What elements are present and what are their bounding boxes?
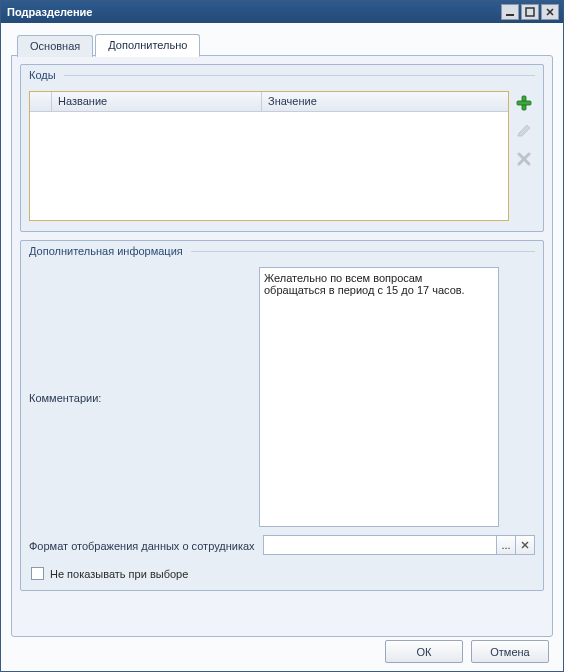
codes-grid-header: Название Значение xyxy=(30,92,508,112)
clear-icon xyxy=(520,540,530,550)
format-label: Формат отображения данных о сотрудниках xyxy=(29,538,263,552)
format-browse-button[interactable]: ... xyxy=(496,535,516,555)
codes-legend: Коды xyxy=(21,65,543,85)
info-legend: Дополнительная информация xyxy=(21,241,543,261)
cancel-button[interactable]: Отмена xyxy=(471,640,549,663)
hide-checkbox-label[interactable]: Не показывать при выборе xyxy=(50,568,188,580)
edit-icon xyxy=(516,123,532,139)
grid-col-spacer xyxy=(30,92,52,111)
comments-label: Комментарии: xyxy=(29,267,259,527)
codes-toolbar xyxy=(513,91,535,221)
format-row: Формат отображения данных о сотрудниках … xyxy=(29,535,535,555)
tab-strip: Основная Дополнительно xyxy=(11,33,553,56)
grid-col-name[interactable]: Название xyxy=(52,92,262,111)
codes-grid[interactable]: Название Значение xyxy=(29,91,509,221)
dialog-button-bar: ОК Отмена xyxy=(385,640,549,663)
svg-rect-1 xyxy=(526,8,534,16)
comments-row: Комментарии: xyxy=(29,267,535,529)
maximize-icon xyxy=(525,7,535,17)
title-bar: Подразделение xyxy=(1,1,563,23)
codes-grid-body[interactable] xyxy=(30,112,508,220)
add-icon xyxy=(516,95,532,111)
tab-main[interactable]: Основная xyxy=(17,35,93,57)
window-buttons xyxy=(499,4,559,20)
add-code-button[interactable] xyxy=(514,93,534,113)
edit-code-button[interactable] xyxy=(514,121,534,141)
info-group: Дополнительная информация Комментарии: Ф… xyxy=(20,240,544,591)
client-area: Основная Дополнительно Коды Название Зна… xyxy=(1,23,563,671)
comments-textarea[interactable] xyxy=(259,267,499,527)
close-button[interactable] xyxy=(541,4,559,20)
grid-col-value[interactable]: Значение xyxy=(262,92,508,111)
window-title: Подразделение xyxy=(7,6,499,18)
delete-icon xyxy=(517,152,531,166)
format-clear-button[interactable] xyxy=(515,535,535,555)
svg-rect-0 xyxy=(506,14,514,16)
format-input[interactable] xyxy=(263,535,497,555)
ok-button[interactable]: ОК xyxy=(385,640,463,663)
maximize-button[interactable] xyxy=(521,4,539,20)
hide-checkbox-row: Не показывать при выборе xyxy=(29,561,535,580)
minimize-icon xyxy=(505,7,515,17)
close-icon xyxy=(545,7,555,17)
tab-page-extra: Коды Название Значение xyxy=(11,55,553,637)
dialog-window: Подразделение Основная Дополнительно Код… xyxy=(0,0,564,672)
svg-rect-5 xyxy=(517,101,531,105)
tab-extra[interactable]: Дополнительно xyxy=(95,34,200,57)
minimize-button[interactable] xyxy=(501,4,519,20)
codes-group: Коды Название Значение xyxy=(20,64,544,232)
delete-code-button[interactable] xyxy=(514,149,534,169)
hide-checkbox[interactable] xyxy=(31,567,44,580)
